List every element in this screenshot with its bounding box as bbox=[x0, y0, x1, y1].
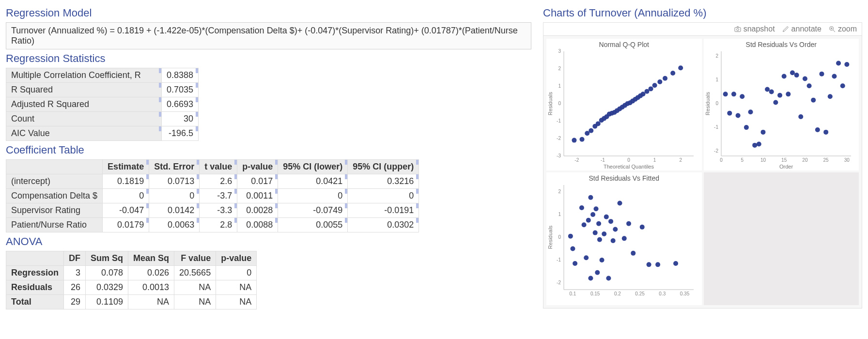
coef-cell: 0.0028 bbox=[237, 203, 278, 218]
svg-text:15: 15 bbox=[781, 157, 787, 163]
svg-text:0: 0 bbox=[558, 234, 561, 240]
svg-text:-2: -2 bbox=[557, 280, 561, 285]
svg-text:0.35: 0.35 bbox=[680, 291, 690, 296]
svg-text:2: 2 bbox=[558, 66, 561, 71]
chart-plot[interactable]: -2-1012-3-2-10123ResidualsTheoretical Qu… bbox=[546, 48, 698, 170]
svg-point-68 bbox=[723, 92, 728, 96]
svg-point-46 bbox=[649, 86, 653, 91]
regression-statistics-table: Multiple Correlation Coefficient, R0.838… bbox=[6, 68, 199, 141]
svg-point-83 bbox=[786, 92, 790, 96]
svg-point-86 bbox=[798, 114, 803, 119]
heading-charts: Charts of Turnover (Annualized %) bbox=[543, 7, 862, 19]
anova-table: DFSum SqMean SqF valuep-valueRegression3… bbox=[6, 251, 257, 309]
chart-cell: Normal Q-Q Plot-2-1012-3-2-10123Residual… bbox=[546, 39, 702, 170]
svg-text:0: 0 bbox=[558, 101, 561, 106]
svg-text:0.1: 0.1 bbox=[570, 291, 576, 296]
svg-text:0: 0 bbox=[627, 157, 630, 163]
stats-row-label: Adjusted R Squared bbox=[6, 97, 162, 112]
svg-point-89 bbox=[811, 98, 816, 103]
coef-cell: 0.0063 bbox=[149, 218, 200, 232]
svg-point-50 bbox=[670, 71, 675, 76]
svg-point-49 bbox=[663, 76, 667, 81]
chart-cell: Std Residuals Vs Fitted0.10.150.20.250.3… bbox=[546, 172, 702, 305]
coef-header bbox=[6, 160, 103, 174]
svg-point-116 bbox=[582, 222, 587, 227]
anova-row-label: Total bbox=[6, 295, 64, 309]
svg-text:30: 30 bbox=[844, 157, 850, 163]
svg-point-120 bbox=[588, 276, 593, 281]
svg-text:25: 25 bbox=[823, 157, 829, 163]
regression-formula: Turnover (Annualized %) = 0.1819 + (-1.4… bbox=[6, 22, 531, 49]
svg-text:1: 1 bbox=[558, 212, 561, 217]
svg-text:10: 10 bbox=[760, 157, 766, 163]
svg-text:Residuals: Residuals bbox=[705, 92, 711, 115]
anova-row-label: Residuals bbox=[6, 280, 64, 295]
svg-text:0.15: 0.15 bbox=[590, 291, 600, 296]
svg-text:1: 1 bbox=[715, 77, 718, 82]
svg-point-128 bbox=[602, 231, 606, 236]
svg-point-112 bbox=[568, 234, 573, 239]
svg-point-88 bbox=[806, 83, 811, 88]
snapshot-button[interactable]: snapshot bbox=[734, 25, 775, 33]
svg-point-80 bbox=[773, 100, 778, 105]
svg-point-78 bbox=[765, 87, 770, 92]
annotate-label: annotate bbox=[791, 25, 822, 33]
chart-title: Std Residuals Vs Fitted bbox=[546, 174, 702, 182]
stats-row-value: 0.6693 bbox=[162, 97, 199, 112]
coef-header: p-value bbox=[237, 160, 278, 174]
svg-text:-1: -1 bbox=[714, 124, 718, 130]
stats-row-value: 0.7035 bbox=[162, 83, 199, 97]
pencil-icon bbox=[782, 25, 790, 33]
coef-cell: 0.0011 bbox=[237, 189, 278, 203]
svg-point-47 bbox=[652, 83, 657, 88]
annotate-button[interactable]: annotate bbox=[782, 25, 822, 33]
anova-header: DF bbox=[64, 251, 86, 266]
svg-point-115 bbox=[579, 205, 584, 210]
anova-cell: 0 bbox=[216, 266, 257, 280]
chart-title: Normal Q-Q Plot bbox=[546, 41, 702, 48]
svg-point-76 bbox=[756, 141, 761, 146]
svg-text:2: 2 bbox=[558, 189, 561, 194]
svg-text:Order: Order bbox=[779, 164, 792, 170]
svg-point-51 bbox=[678, 65, 683, 70]
stats-row-label: R Squared bbox=[6, 83, 162, 97]
stats-row-value: 0.8388 bbox=[162, 68, 199, 83]
svg-point-123 bbox=[594, 206, 599, 211]
svg-text:5: 5 bbox=[741, 157, 744, 163]
svg-point-137 bbox=[631, 251, 636, 256]
svg-point-127 bbox=[600, 258, 604, 262]
svg-point-126 bbox=[597, 237, 602, 242]
anova-header: F value bbox=[174, 251, 216, 266]
svg-text:2: 2 bbox=[715, 53, 718, 59]
svg-point-95 bbox=[836, 61, 841, 66]
svg-point-129 bbox=[604, 215, 609, 219]
svg-point-25 bbox=[589, 128, 593, 133]
zoom-label: zoom bbox=[838, 25, 857, 33]
chart-plot[interactable]: 0.10.150.20.250.30.35-2-1012Residuals bbox=[546, 182, 698, 304]
svg-text:-1: -1 bbox=[601, 157, 605, 163]
anova-cell: 26 bbox=[64, 280, 86, 295]
coef-cell: 0.0713 bbox=[149, 174, 200, 189]
svg-text:3: 3 bbox=[558, 48, 561, 54]
svg-line-3 bbox=[833, 30, 835, 32]
anova-cell: 0.0013 bbox=[128, 280, 174, 295]
chart-cell: Std Residuals Vs Order051015202530-2-101… bbox=[704, 39, 859, 170]
svg-point-135 bbox=[622, 236, 627, 241]
coef-header: Std. Error bbox=[149, 160, 200, 174]
svg-text:-2: -2 bbox=[574, 157, 579, 163]
svg-point-74 bbox=[748, 109, 753, 114]
svg-point-139 bbox=[647, 262, 651, 267]
anova-cell: NA bbox=[128, 295, 174, 309]
chart-toolbar: snapshot annotate zoom bbox=[543, 22, 862, 35]
svg-text:-3: -3 bbox=[557, 153, 561, 158]
zoom-button[interactable]: zoom bbox=[828, 25, 857, 33]
coef-header: 95% CI (lower) bbox=[278, 160, 348, 174]
svg-point-70 bbox=[731, 92, 736, 96]
svg-point-75 bbox=[752, 143, 757, 148]
chart-plot[interactable]: 051015202530-2-1012ResidualsOrder bbox=[704, 48, 855, 170]
svg-point-138 bbox=[640, 225, 645, 230]
chart-empty-cell bbox=[704, 172, 859, 305]
svg-text:0.25: 0.25 bbox=[635, 291, 645, 296]
svg-point-77 bbox=[760, 130, 765, 135]
stats-row-label: Count bbox=[6, 112, 162, 126]
